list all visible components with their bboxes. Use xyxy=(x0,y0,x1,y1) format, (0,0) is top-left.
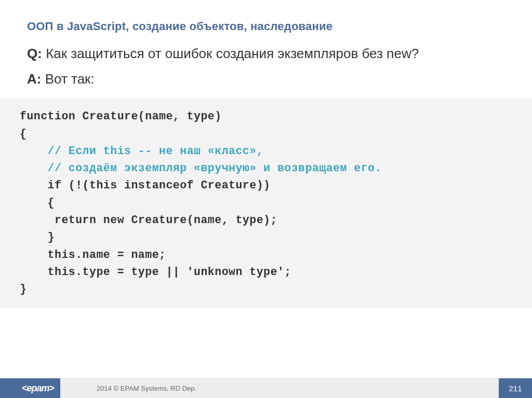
slide: ООП в JavaScript, создание объектов, нас… xyxy=(0,0,532,398)
code-line: if (!(this instanceof Creature)) xyxy=(20,177,532,194)
footer-logo-wrap: <epam> xyxy=(20,378,60,398)
code-block: function Creature(name, type) { // Если … xyxy=(0,99,532,307)
logo-bracket-open: < xyxy=(22,383,27,393)
logo-text: epam xyxy=(27,383,49,393)
answer-line: A: Вот так: xyxy=(27,70,532,88)
question-label: Q: xyxy=(27,46,42,61)
code-line: { xyxy=(20,126,532,143)
code-line: return new Creature(name, type); xyxy=(20,212,532,229)
code-line: { xyxy=(20,195,532,212)
code-line: this.name = name; xyxy=(20,246,532,264)
code-line: function Creature(name, type) xyxy=(20,108,532,125)
code-line: // Если this -- не наш «класс», xyxy=(20,143,532,160)
answer-text: Вот так: xyxy=(45,71,95,87)
code-comment: // создаём экземпляр «вручную» и возвращ… xyxy=(48,162,382,174)
footer-accent xyxy=(0,378,20,398)
page-number: 211 xyxy=(499,378,532,398)
question-text: Как защититься от ошибок создания экземп… xyxy=(46,46,419,61)
code-line: // создаём экземпляр «вручную» и возвращ… xyxy=(20,160,532,177)
code-line: } xyxy=(20,229,532,246)
footer: <epam> 2014 © EPAM Systems, RD Dep. 211 xyxy=(0,378,532,398)
slide-title: ООП в JavaScript, создание объектов, нас… xyxy=(0,0,532,33)
logo-bracket-close: > xyxy=(49,383,55,393)
logo: <epam> xyxy=(22,383,54,394)
content-area: Q: Как защититься от ошибок создания экз… xyxy=(0,33,532,88)
answer-label: A: xyxy=(27,71,41,87)
code-line: this.type = type || 'unknown type'; xyxy=(20,264,532,281)
question-line: Q: Как защититься от ошибок создания экз… xyxy=(27,45,532,63)
code-comment: // Если this -- не наш «класс», xyxy=(48,145,263,157)
footer-copyright: 2014 © EPAM Systems, RD Dep. xyxy=(60,378,499,398)
code-line: } xyxy=(20,281,532,298)
